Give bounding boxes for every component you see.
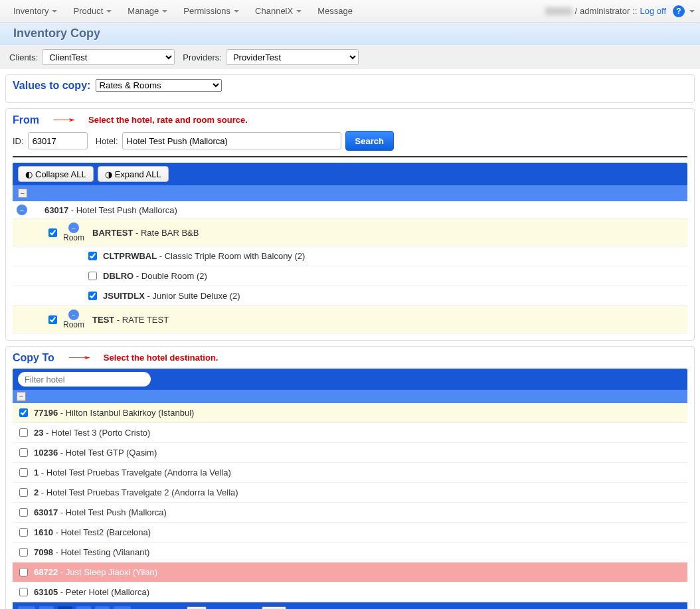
from-id-input[interactable] [28,132,88,149]
pager-next[interactable]: > [95,606,110,609]
hotel-row: 1 - Hotel Test Pruebas Travelgate (Andor… [13,463,687,483]
nav-channelx-label: ChannelX [255,6,293,16]
hotel-checkbox[interactable] [19,448,28,457]
values-to-copy-select[interactable]: Rates & Rooms [96,79,222,92]
room-label: Room [63,233,84,242]
rate-checkbox[interactable] [48,315,57,324]
hotel-code: 77196 [34,408,58,418]
hotel-checkbox[interactable] [19,428,28,437]
nav-permissions-label: Permissions [183,6,230,16]
arrow-right-icon: → [61,351,97,365]
nav-message[interactable]: Message [309,2,361,20]
nav-channelx[interactable]: ChannelX [247,2,309,20]
tree-toolbar: ◐Collapse ALL ◑Expand ALL [13,163,687,185]
room-checkbox[interactable] [88,252,97,260]
top-nav: Inventory Product Manage Permissions Cha… [0,0,700,23]
tree-toggle[interactable]: − [18,189,27,198]
logoff-link[interactable]: Log off [640,6,666,16]
tree-sub-bar: − [13,185,687,201]
hotel-name: Hilton Istanbul Bakirkoy (Istanbul) [66,408,195,418]
rowcount-select[interactable]: 10 [262,606,286,609]
from-hotel-input[interactable] [122,132,341,149]
hotel-row: 77196 - Hilton Istanbul Bakirkoy (Istanb… [13,403,687,423]
pager-first[interactable]: << [18,606,35,609]
hotel-code: 63017 [34,507,58,517]
hotel-name: Hotel Test 3 (Porto Cristo) [51,428,150,438]
filter-hotel-input[interactable] [18,372,151,387]
pager-page-2[interactable]: 2 [76,606,91,609]
expand-node-icon[interactable]: − [68,309,79,320]
pager-page-1[interactable]: 1 [58,606,72,609]
hotel-code: 63105 [34,587,58,597]
help-icon[interactable]: ? [673,5,685,17]
room-row: DBLRO - Double Room (2) [13,266,687,286]
user-name-blurred [545,7,572,15]
from-hotel-label: Hotel: [96,136,118,146]
search-button[interactable]: Search [345,131,394,151]
expand-all-button[interactable]: ◑Expand ALL [98,166,169,182]
goto-page-select[interactable]: 1 [187,606,207,609]
nav-manage[interactable]: Manage [120,2,175,20]
hotel-checkbox[interactable] [19,488,28,497]
from-id-label: ID: [13,136,24,146]
rate-code: BARTEST [92,228,133,238]
hotel-code: 63017 [44,205,68,215]
rate-name: Rate BAR B&B [141,228,199,238]
rate-checkbox[interactable] [48,228,57,237]
rate-row: −RoomBARTEST - Rate BAR B&B [13,219,687,246]
copyto-filter-bar [13,369,687,390]
hotel-name: Hotel Test Push (Mallorca) [66,507,167,517]
pager-prev[interactable]: < [39,606,54,609]
expand-node-icon[interactable]: − [17,205,27,215]
from-panel: From → Select the hotel, rate and room s… [5,108,695,341]
rate-row: −RoomTEST - RATE TEST [13,306,687,333]
values-panel: Values to copy: Rates & Rooms [5,74,695,103]
room-checkbox[interactable] [88,272,97,280]
sep: / [574,6,577,16]
nav-product-label: Product [73,6,103,16]
nav-inventory[interactable]: Inventory [5,2,65,20]
expand-node-icon[interactable]: − [68,222,79,233]
hotel-checkbox[interactable] [19,408,28,417]
clients-label: Clients: [9,52,38,62]
hotel-checkbox[interactable] [19,568,28,576]
providers-select[interactable]: ProviderTest [226,49,359,65]
hotel-name: Just Sleep Jiaoxi (Yilan) [66,567,157,577]
copyto-helper: Select the hotel destination. [104,353,219,363]
hotel-checkbox[interactable] [19,548,28,557]
nav-permissions[interactable]: Permissions [175,2,247,20]
hotel-name: Peter Hotel (Mallorca) [66,587,149,597]
separator [13,156,687,157]
hotel-name: Hotel Test2 (Barcelona) [60,527,151,537]
nav-inventory-label: Inventory [13,6,48,16]
values-to-copy-label: Values to copy: [13,80,90,92]
hotel-checkbox[interactable] [19,508,28,517]
chevron-down-icon [162,10,167,13]
hotel-row: 23 - Hotel Test 3 (Porto Cristo) [13,423,687,443]
from-title: From [13,114,39,126]
nav-message-label: Message [317,6,353,16]
arrow-right-icon: → [46,113,82,127]
hotel-checkbox[interactable] [19,528,28,537]
room-code: CLTPRWBAL [103,251,157,261]
pager-last[interactable]: >> [114,606,131,609]
clients-select[interactable]: ClientTest [42,49,175,65]
room-checkbox[interactable] [88,292,97,300]
hotel-row: 63017 - Hotel Test Push (Mallorca) [13,503,687,523]
collapse-all-button[interactable]: ◐Collapse ALL [18,166,94,182]
hotel-row: 2 - Hotel Test Pruebas Travelgate 2 (And… [13,483,687,503]
room-code: JSUITDLX [103,291,145,301]
room-name: Classic Triple Room with Balcony (2) [165,251,306,261]
tree-toggle[interactable]: − [17,392,26,401]
hotel-checkbox[interactable] [19,588,28,596]
chevron-down-icon [106,10,112,13]
tree-hotel-row: − 63017 - Hotel Test Push (Mallorca) [13,201,687,219]
hotel-row: 7098 - Hotel Testing (Vilanant) [13,543,687,563]
nav-product[interactable]: Product [65,2,120,20]
context-selectors: Clients: ClientTest Providers: ProviderT… [0,45,700,69]
chevron-down-icon [234,10,239,13]
hotel-checkbox[interactable] [19,468,28,477]
hotel-name: Hotel Test Pruebas Travelgate (Andorra l… [46,468,231,478]
hotel-code: 7098 [34,547,53,557]
providers-label: Providers: [183,52,222,62]
